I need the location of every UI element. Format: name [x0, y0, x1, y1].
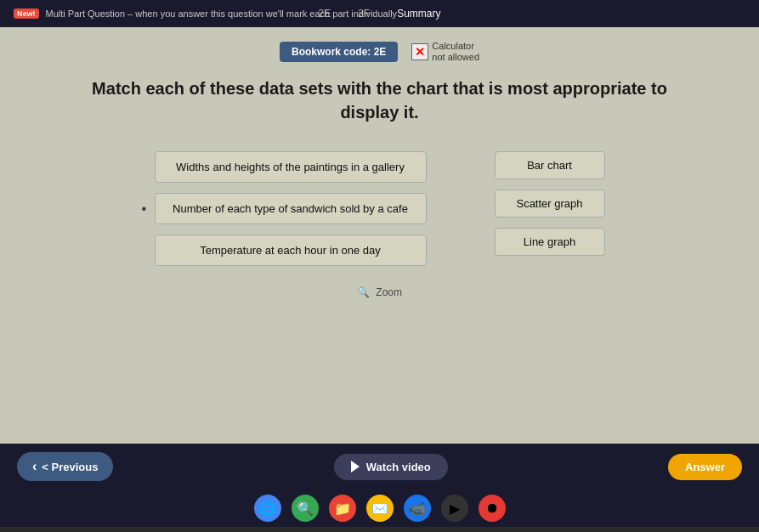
calculator-icon: ✕: [411, 43, 428, 60]
new-badge: New!: [14, 8, 39, 19]
right-item-1-text: Bar chart: [527, 159, 572, 172]
main-content: Bookwork code: 2E ✕ Calculator not allow…: [0, 27, 759, 444]
search-icon[interactable]: 🔍: [292, 495, 319, 522]
zoom-area: 🔍 Zoom: [34, 286, 725, 298]
matching-area: Widths and heights of the paintings in a…: [34, 151, 725, 266]
files-icon[interactable]: 📁: [329, 495, 356, 522]
right-items-group: Bar chart Scatter graph Line graph: [495, 151, 605, 256]
mail-icon[interactable]: ✉️: [366, 495, 394, 522]
left-item-1[interactable]: Widths and heights of the paintings in a…: [155, 151, 427, 183]
multi-part-label: Multi Part Question – when you answer th…: [46, 8, 398, 19]
left-item-2[interactable]: • Number of each type of sandwich sold b…: [155, 193, 427, 224]
left-item-2-text: Number of each type of sandwich sold by …: [173, 202, 408, 215]
previous-label: < Previous: [42, 461, 98, 473]
bookwork-bar: Bookwork code: 2E ✕ Calculator not allow…: [34, 41, 725, 63]
top-nav-bar: New! Multi Part Question – when you answ…: [0, 0, 759, 27]
watch-video-label: Watch video: [366, 461, 431, 473]
no-calc-x-icon: ✕: [415, 45, 425, 59]
answer-label: Answer: [685, 461, 725, 473]
right-item-3-text: Line graph: [524, 235, 575, 248]
left-items-group: Widths and heights of the paintings in a…: [155, 151, 427, 266]
left-item-3[interactable]: Temperature at each hour in one day: [155, 235, 427, 266]
calculator-status: not allowed: [432, 52, 479, 63]
watch-video-button[interactable]: Watch video: [334, 454, 448, 480]
question-line2: display it.: [340, 103, 418, 122]
question-line1: Match each of these data sets with the c…: [92, 79, 667, 98]
bullet-icon: •: [142, 201, 147, 217]
play-icon: [351, 461, 360, 473]
previous-button[interactable]: < Previous: [17, 452, 113, 481]
calculator-label: Calculator: [432, 41, 479, 52]
answer-button[interactable]: Answer: [668, 454, 742, 480]
zoom-icon: 🔍: [357, 286, 370, 298]
question-text: Match each of these data sets with the c…: [34, 76, 725, 124]
right-item-bar-chart[interactable]: Bar chart: [495, 151, 605, 179]
right-item-2-text: Scatter graph: [516, 197, 582, 210]
chevron-left-icon: [32, 459, 37, 474]
calculator-info: ✕ Calculator not allowed: [411, 41, 479, 63]
play-button-icon[interactable]: ▶: [441, 495, 468, 522]
zoom-label: Zoom: [376, 286, 402, 298]
left-item-3-text: Temperature at each hour in one day: [200, 244, 380, 257]
right-item-line-graph[interactable]: Line graph: [495, 228, 605, 256]
taskbar: 🌐 🔍 📁 ✉️ 📹 ▶ ⏺: [0, 490, 759, 527]
bookwork-code-button[interactable]: Bookwork code: 2E: [280, 42, 398, 62]
chrome-icon[interactable]: 🌐: [254, 495, 281, 522]
right-item-scatter-graph[interactable]: Scatter graph: [495, 190, 605, 218]
meet-icon[interactable]: 📹: [404, 495, 431, 522]
left-item-1-text: Widths and heights of the paintings in a…: [176, 161, 405, 173]
red-circle-icon[interactable]: ⏺: [479, 495, 506, 522]
bottom-bar: < Previous Watch video Answer: [0, 444, 759, 490]
